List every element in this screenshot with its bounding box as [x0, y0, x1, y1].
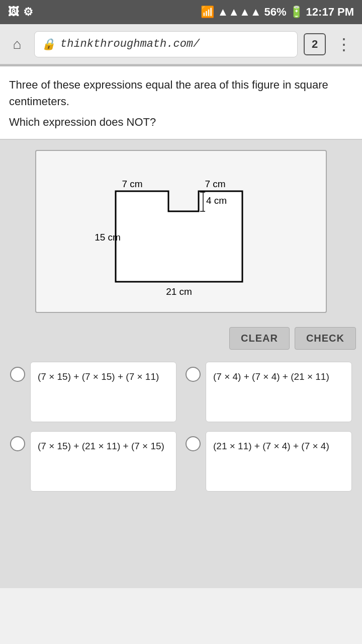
- shape-svg: 7 cm 7 cm 4 cm 15 cm 21 cm: [85, 166, 277, 297]
- option-a-wrapper: (7 × 15) + (7 × 15) + (7 × 11): [10, 362, 176, 422]
- option-b-expression: (7 × 4) + (7 × 4) + (21 × 11): [213, 371, 329, 382]
- options-grid: (7 × 15) + (7 × 15) + (7 × 11) (7 × 4) +…: [0, 356, 362, 498]
- clear-button[interactable]: CLEAR: [229, 327, 290, 350]
- lock-icon: 🔒: [42, 38, 55, 51]
- status-bar: 🖼 ⚙ 📶 ▲▲▲▲ 56% 🔋 12:17 PM: [0, 0, 362, 24]
- option-a-expression: (7 × 15) + (7 × 15) + (7 × 11): [38, 371, 159, 382]
- option-d-wrapper: (21 × 11) + (7 × 4) + (7 × 4): [186, 431, 352, 492]
- option-c-radio[interactable]: [10, 436, 25, 451]
- figure-svg: 7 cm 7 cm 4 cm 15 cm 21 cm: [46, 166, 316, 297]
- browser-bar: ⌂ 🔒 thinkthroughmath.com/ 2 ⋮: [0, 24, 362, 64]
- figure-area: 7 cm 7 cm 4 cm 15 cm 21 cm: [0, 140, 362, 323]
- option-c-wrapper: (7 × 15) + (21 × 11) + (7 × 15): [10, 431, 176, 492]
- notification-icon: 🖼: [8, 6, 19, 19]
- option-b-radio[interactable]: [186, 367, 201, 382]
- url-text: thinkthroughmath.com/: [60, 38, 200, 50]
- url-bar[interactable]: 🔒 thinkthroughmath.com/: [34, 31, 298, 57]
- option-b-card[interactable]: (7 × 4) + (7 × 4) + (21 × 11): [206, 362, 352, 422]
- time-display: 12:17 PM: [306, 6, 354, 19]
- battery-icon: 🔋: [290, 6, 303, 19]
- buttons-row: CLEAR CHECK: [0, 323, 362, 356]
- option-c-card[interactable]: (7 × 15) + (21 × 11) + (7 × 15): [30, 431, 176, 492]
- option-b-wrapper: (7 × 4) + (7 × 4) + (21 × 11): [186, 362, 352, 422]
- figure-container: 7 cm 7 cm 4 cm 15 cm 21 cm: [35, 150, 327, 313]
- option-d-expression: (21 × 11) + (7 × 4) + (7 × 4): [213, 441, 329, 451]
- battery-text: 56%: [264, 6, 287, 19]
- question-area: Three of these expressions equal the are…: [0, 66, 362, 140]
- question-line1: Three of these expressions equal the are…: [9, 76, 353, 110]
- label-7cm-right: 7 cm: [205, 179, 225, 189]
- label-4cm: 4 cm: [206, 195, 227, 206]
- menu-button[interactable]: ⋮: [332, 35, 356, 54]
- home-button[interactable]: ⌂: [6, 33, 28, 55]
- home-icon: ⌂: [13, 36, 22, 52]
- option-c-expression: (7 × 15) + (21 × 11) + (7 × 15): [38, 441, 164, 451]
- wifi-icon: 📶: [201, 6, 214, 19]
- signal-icon: ▲▲▲▲: [217, 6, 261, 19]
- option-d-card[interactable]: (21 × 11) + (7 × 4) + (7 × 4): [206, 431, 352, 492]
- label-15cm: 15 cm: [95, 232, 121, 243]
- bottom-area: [0, 498, 362, 588]
- label-21cm: 21 cm: [166, 286, 192, 297]
- question-line2: Which expression does NOT?: [9, 116, 353, 129]
- sync-icon: ⚙: [23, 6, 33, 19]
- option-a-radio[interactable]: [10, 367, 25, 382]
- option-d-radio[interactable]: [186, 436, 201, 451]
- check-button[interactable]: CHECK: [295, 327, 356, 350]
- label-7cm-left: 7 cm: [122, 179, 142, 189]
- option-a-card[interactable]: (7 × 15) + (7 × 15) + (7 × 11): [30, 362, 176, 422]
- tab-count[interactable]: 2: [304, 33, 326, 55]
